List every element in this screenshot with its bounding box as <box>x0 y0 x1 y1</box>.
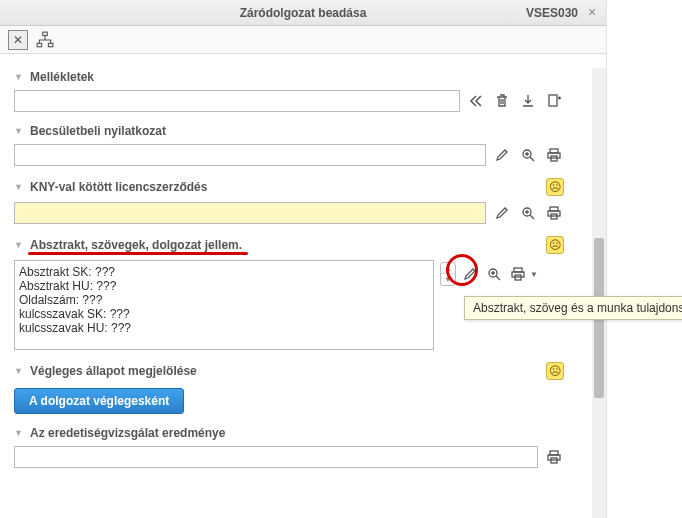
hierarchy-icon[interactable] <box>36 31 54 49</box>
svg-rect-1 <box>37 43 42 46</box>
download-icon[interactable] <box>518 91 538 111</box>
collapse-icon[interactable]: ▼ <box>14 72 24 82</box>
section-license: ▼ KNY-val kötött licencszerződés ☹ <box>14 176 564 224</box>
chevron-down-icon[interactable]: ▼ <box>441 274 455 285</box>
section-originality: ▼ Az eredetiségvizsgálat eredménye <box>14 424 564 468</box>
print-icon[interactable] <box>544 447 564 467</box>
right-gutter <box>606 0 682 518</box>
svg-rect-2 <box>48 43 53 46</box>
section-attachments: ▼ Mellékletek <box>14 68 564 112</box>
section-label: Absztrakt, szövegek, dolgozat jellem. <box>30 238 242 252</box>
finalize-button[interactable]: A dolgozat véglegesként <box>14 388 184 414</box>
section-label: Az eredetiségvizsgálat eredménye <box>30 426 225 440</box>
license-input[interactable] <box>14 202 486 224</box>
print-icon[interactable] <box>544 145 564 165</box>
zoom-icon[interactable] <box>518 145 538 165</box>
print-icon[interactable] <box>508 264 528 284</box>
dropdown-caret-icon[interactable]: ▼ <box>530 270 538 279</box>
honor-input[interactable] <box>14 144 486 166</box>
section-label: Becsületbeli nyilatkozat <box>30 124 166 138</box>
collapse-icon[interactable]: ▼ <box>14 366 24 376</box>
edit-icon[interactable] <box>492 203 512 223</box>
section-final: ▼ Végleges állapot megjelölése ☹ A dolgo… <box>14 360 564 414</box>
edit-icon[interactable] <box>492 145 512 165</box>
print-icon[interactable] <box>544 203 564 223</box>
trash-icon[interactable] <box>492 91 512 111</box>
sad-status-icon: ☹ <box>546 236 564 254</box>
chevron-up-icon[interactable]: ▲ <box>441 263 455 274</box>
edit-abstract-button[interactable] <box>460 264 480 284</box>
abstract-textarea[interactable] <box>14 260 434 350</box>
section-label: Mellékletek <box>30 70 94 84</box>
collapse-icon[interactable]: ▼ <box>14 126 24 136</box>
originality-input[interactable] <box>14 446 538 468</box>
section-label: Végleges állapot megjelölése <box>30 364 197 378</box>
rewind-icon[interactable] <box>466 91 486 111</box>
svg-rect-3 <box>549 95 557 106</box>
vertical-scrollbar[interactable] <box>592 68 606 518</box>
content-area: ▼ Mellékletek ▼ Becsületbeli nyilatkozat <box>0 54 606 518</box>
zoom-icon[interactable] <box>518 203 538 223</box>
sad-status-icon: ☹ <box>546 178 564 196</box>
section-abstract: ▼ Absztrakt, szövegek, dolgozat jellem. … <box>14 234 564 350</box>
svg-rect-0 <box>43 32 48 35</box>
collapse-icon[interactable]: ▼ <box>14 240 24 250</box>
collapse-icon[interactable]: ▼ <box>14 428 24 438</box>
sad-status-icon: ☹ <box>546 362 564 380</box>
toolbar: ✕ <box>0 26 606 54</box>
stepper[interactable]: ▲ ▼ <box>440 262 456 286</box>
section-honor: ▼ Becsületbeli nyilatkozat <box>14 122 564 166</box>
window-title: Záródolgozat beadása <box>240 6 367 20</box>
attachments-input[interactable] <box>14 90 460 112</box>
section-label: KNY-val kötött licencszerződés <box>30 180 207 194</box>
app-window: Záródolgozat beadása VSES030 × ✕ ▼ Mellé… <box>0 0 606 518</box>
window-code: VSES030 <box>526 6 578 20</box>
window-close-button[interactable]: × <box>584 5 600 21</box>
titlebar: Záródolgozat beadása VSES030 × <box>0 0 606 26</box>
zoom-icon[interactable] <box>484 264 504 284</box>
tooltip: Absztrakt, szöveg és a munka tulajdonság… <box>464 296 682 320</box>
toolbar-close-button[interactable]: ✕ <box>8 30 28 50</box>
add-file-icon[interactable] <box>544 91 564 111</box>
collapse-icon[interactable]: ▼ <box>14 182 24 192</box>
